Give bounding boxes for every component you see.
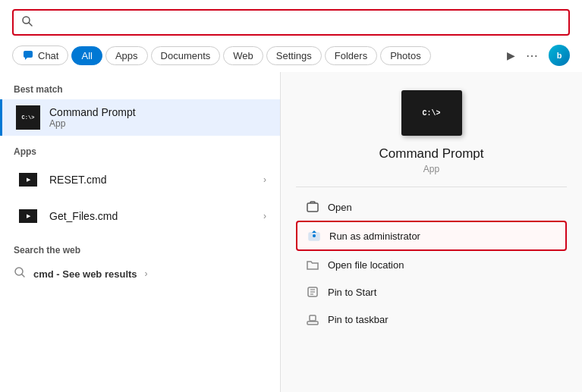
action-open[interactable]: Open — [296, 193, 567, 221]
web-suffix: - See web results — [54, 268, 137, 280]
action-run-as-admin-label: Run as administrator — [329, 230, 420, 242]
tab-photos[interactable]: Photos — [380, 46, 430, 65]
reset-cmd-name: RESET.cmd — [49, 174, 263, 186]
tab-web-label: Web — [233, 50, 253, 61]
pin-taskbar-icon — [305, 312, 320, 327]
reset-cmd-text: RESET.cmd — [49, 174, 263, 186]
search-bar-wrapper: cmd — [0, 0, 582, 42]
tab-folders-label: Folders — [335, 50, 367, 61]
filter-bar: Chat All Apps Documents Web Settings Fol… — [0, 42, 582, 72]
best-match-item[interactable]: Command Prompt App — [0, 99, 280, 136]
right-panel: Command Prompt App Open — [281, 72, 582, 392]
action-pin-start[interactable]: Pin to Start — [296, 278, 567, 306]
action-open-label: Open — [328, 202, 352, 213]
web-search-text: cmd - See web results — [33, 268, 137, 280]
admin-icon — [307, 228, 322, 243]
svg-line-5 — [22, 274, 25, 278]
tab-settings[interactable]: Settings — [266, 46, 322, 65]
action-file-location[interactable]: Open file location — [296, 251, 567, 278]
arrow-icon-2: › — [263, 211, 266, 221]
main-content: Best match Command Prompt App Apps RESET… — [0, 72, 582, 392]
left-panel: Best match Command Prompt App Apps RESET… — [0, 72, 281, 392]
web-query: cmd — [33, 268, 54, 280]
best-match-text: Command Prompt App — [49, 106, 266, 129]
list-item[interactable]: Get_Files.cmd › — [0, 198, 280, 234]
list-item[interactable]: RESET.cmd › — [0, 162, 280, 198]
tab-settings-label: Settings — [276, 50, 312, 61]
svg-rect-2 — [24, 51, 33, 58]
web-arrow-icon: › — [145, 268, 148, 279]
web-search-icon — [14, 266, 26, 281]
pin-start-icon — [305, 284, 320, 299]
play-button[interactable]: ▶ — [504, 46, 518, 64]
tab-chat-label: Chat — [38, 50, 58, 61]
tab-chat[interactable]: Chat — [12, 45, 68, 65]
svg-marker-3 — [25, 58, 27, 60]
bing-button[interactable]: b — [549, 45, 570, 66]
tab-apps[interactable]: Apps — [105, 46, 148, 65]
chat-icon — [22, 49, 34, 61]
tab-documents-label: Documents — [161, 50, 211, 61]
action-list: Open Run as administrator — [296, 187, 567, 333]
more-options-button[interactable]: ⋯ — [521, 45, 543, 66]
apps-section-label: Apps — [0, 143, 280, 162]
tab-documents[interactable]: Documents — [151, 46, 221, 65]
action-pin-taskbar-label: Pin to taskbar — [328, 314, 389, 325]
arrow-icon: › — [263, 174, 266, 185]
tab-photos-label: Photos — [390, 50, 420, 61]
cmd-icon — [16, 105, 40, 130]
open-icon — [305, 199, 320, 215]
svg-rect-6 — [307, 203, 318, 212]
action-file-location-label: Open file location — [328, 259, 404, 271]
svg-point-8 — [313, 234, 316, 237]
tab-all-label: All — [81, 50, 92, 61]
getfiles-cmd-text: Get_Files.cmd — [49, 210, 263, 222]
app-title: Command Prompt — [379, 146, 484, 162]
tab-web[interactable]: Web — [223, 46, 263, 65]
tab-folders[interactable]: Folders — [325, 46, 377, 65]
folder-icon — [305, 257, 320, 272]
app-preview-icon — [401, 90, 462, 136]
web-section-label: Search the web — [0, 242, 280, 260]
reset-cmd-icon — [16, 168, 40, 192]
tab-apps-label: Apps — [115, 50, 138, 61]
app-subtitle: App — [423, 164, 439, 174]
best-match-label: Best match — [0, 81, 280, 99]
getfiles-cmd-name: Get_Files.cmd — [49, 210, 263, 222]
svg-rect-13 — [307, 321, 318, 325]
best-match-name: Command Prompt — [49, 106, 266, 118]
action-pin-start-label: Pin to Start — [328, 287, 376, 298]
search-input[interactable]: cmd — [39, 16, 561, 29]
web-search-item[interactable]: cmd - See web results › — [0, 260, 280, 287]
search-icon — [21, 15, 33, 30]
getfiles-cmd-icon — [16, 204, 40, 228]
svg-line-1 — [29, 23, 32, 26]
action-run-as-admin[interactable]: Run as administrator — [296, 221, 567, 251]
best-match-type: App — [49, 118, 266, 129]
search-bar: cmd — [12, 9, 570, 36]
svg-rect-14 — [310, 315, 316, 321]
tab-all[interactable]: All — [71, 46, 102, 65]
bing-icon: b — [557, 51, 562, 60]
action-pin-taskbar[interactable]: Pin to taskbar — [296, 306, 567, 333]
